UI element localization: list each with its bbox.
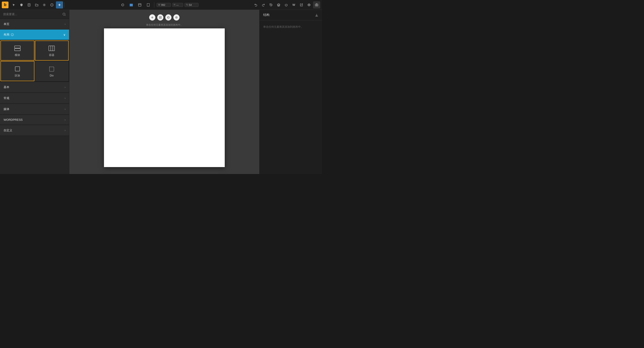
- help-icon[interactable]: ?: [48, 1, 56, 8]
- right-panel-title: 结构: [263, 13, 270, 17]
- svg-rect-22: [14, 46, 20, 48]
- refresh-icon[interactable]: [119, 1, 126, 8]
- svg-rect-24: [49, 46, 54, 51]
- download-icon[interactable]: [315, 13, 318, 17]
- page-icon[interactable]: [26, 1, 33, 8]
- sidebar-section-basic[interactable]: 基本 ›: [0, 82, 69, 92]
- svg-text:?: ?: [51, 4, 52, 6]
- eye-icon[interactable]: [306, 1, 312, 8]
- add-icon[interactable]: [56, 1, 63, 8]
- history-icon[interactable]: [268, 1, 274, 8]
- chevron-right-basic-icon: ›: [64, 86, 66, 89]
- layout-item-module[interactable]: 模块: [0, 40, 34, 60]
- toolbar: b ?: [0, 0, 322, 10]
- sidebar-section-layout[interactable]: 布局 i ∨: [0, 30, 69, 40]
- sidebar-section-common[interactable]: 常规 ›: [0, 93, 69, 104]
- chevron-right-common-icon: ›: [64, 96, 66, 100]
- canvas-target-btn[interactable]: [173, 14, 180, 20]
- screenshot-icon[interactable]: [313, 1, 320, 8]
- layout-section-label: 布局 i: [4, 33, 14, 37]
- svg-point-18: [316, 4, 317, 6]
- chevron-right-icon: ›: [64, 22, 66, 26]
- svg-point-14: [148, 6, 148, 6]
- search-bar: [0, 10, 69, 18]
- width-field[interactable]: W: [156, 3, 170, 7]
- tablet-icon[interactable]: [145, 1, 152, 8]
- svg-rect-23: [14, 48, 20, 51]
- height-input[interactable]: [176, 4, 182, 6]
- svg-rect-8: [130, 4, 133, 4]
- folder-icon[interactable]: [33, 1, 40, 8]
- container-label: 容器: [49, 53, 54, 57]
- sidebar-section-wordpress[interactable]: WORDPRESS ›: [0, 115, 69, 125]
- app-logo[interactable]: b: [2, 2, 8, 8]
- section-single-label: 单页: [4, 22, 10, 26]
- module-label: 模块: [15, 53, 20, 57]
- svg-point-19: [63, 13, 65, 15]
- sidebar-section-media[interactable]: 媒体 ›: [0, 104, 69, 114]
- svg-point-35: [176, 16, 177, 18]
- layout-item-block[interactable]: 区块: [0, 61, 34, 81]
- zoom-field[interactable]: %: [184, 3, 198, 7]
- cursor-icon[interactable]: [10, 1, 18, 8]
- canvas-hint-text: 单击任何元素将其添加到画布中。: [146, 23, 183, 26]
- sidebar-section-single[interactable]: 单页 ›: [0, 19, 69, 30]
- module-icon: [14, 46, 20, 51]
- height-field[interactable]: H: [172, 3, 183, 7]
- chevron-right-media-icon: ›: [64, 108, 66, 111]
- wp-icon[interactable]: W: [290, 1, 298, 8]
- power-icon[interactable]: [283, 1, 290, 8]
- svg-point-3: [44, 4, 45, 5]
- undo-icon[interactable]: [252, 1, 260, 8]
- svg-rect-0: [28, 4, 30, 6]
- canvas-toolbar: [149, 14, 180, 20]
- layers-icon[interactable]: [275, 1, 282, 8]
- section-common-label: 常规: [4, 96, 10, 100]
- block-icon: [15, 66, 20, 72]
- container-icon: [48, 46, 55, 51]
- layout-item-div[interactable]: Div: [35, 61, 69, 81]
- chevron-right-wp-icon: ›: [64, 118, 66, 122]
- svg-rect-31: [159, 16, 160, 17]
- svg-rect-11: [138, 4, 141, 6]
- percent-label: %: [186, 4, 188, 6]
- chevron-down-icon: ∨: [63, 33, 66, 36]
- zoom-input[interactable]: [189, 4, 197, 6]
- right-panel-header: 结构: [260, 10, 322, 20]
- search-icon[interactable]: [62, 12, 66, 16]
- external-icon[interactable]: [298, 1, 305, 8]
- settings-icon[interactable]: [41, 1, 48, 8]
- sidebar: 单页 › 布局 i ∨: [0, 10, 69, 174]
- separator-center: [154, 2, 154, 8]
- right-panel: 结构 单击任何元素将其添加到画布中。: [260, 10, 322, 174]
- svg-rect-10: [130, 6, 133, 6]
- section-basic-label: 基本: [4, 85, 10, 89]
- canvas-page[interactable]: [104, 28, 225, 167]
- canvas-area[interactable]: 单击任何元素将其添加到画布中。: [69, 10, 260, 174]
- svg-rect-33: [159, 18, 160, 18]
- chevron-right-custom-icon: ›: [64, 129, 66, 132]
- svg-point-16: [308, 4, 310, 5]
- shield-icon[interactable]: [18, 1, 25, 8]
- height-label: H: [174, 4, 175, 6]
- search-input[interactable]: [3, 12, 62, 16]
- redo-icon[interactable]: [260, 1, 267, 8]
- layout-item-container[interactable]: 容器: [35, 40, 69, 60]
- width-input[interactable]: [161, 4, 169, 6]
- sidebar-section-custom[interactable]: 自定义 ›: [0, 125, 69, 136]
- svg-rect-32: [160, 16, 162, 17]
- canvas-rotate-btn[interactable]: [165, 14, 172, 20]
- div-icon: [49, 66, 54, 72]
- svg-point-36: [176, 17, 177, 18]
- main-layout: 单页 › 布局 i ∨: [0, 10, 322, 174]
- svg-rect-27: [15, 67, 20, 71]
- canvas-grid-btn[interactable]: [157, 14, 164, 20]
- svg-rect-9: [130, 5, 133, 5]
- right-panel-hint: 单击任何元素将其添加到画布中。: [260, 20, 322, 33]
- svg-rect-28: [50, 67, 54, 71]
- structure-icon[interactable]: [128, 1, 135, 8]
- layout-grid: 模块 容器 区块: [0, 40, 69, 82]
- canvas-add-btn[interactable]: [149, 14, 156, 20]
- block-label: 区块: [15, 74, 20, 78]
- page-layout-icon[interactable]: [136, 1, 143, 8]
